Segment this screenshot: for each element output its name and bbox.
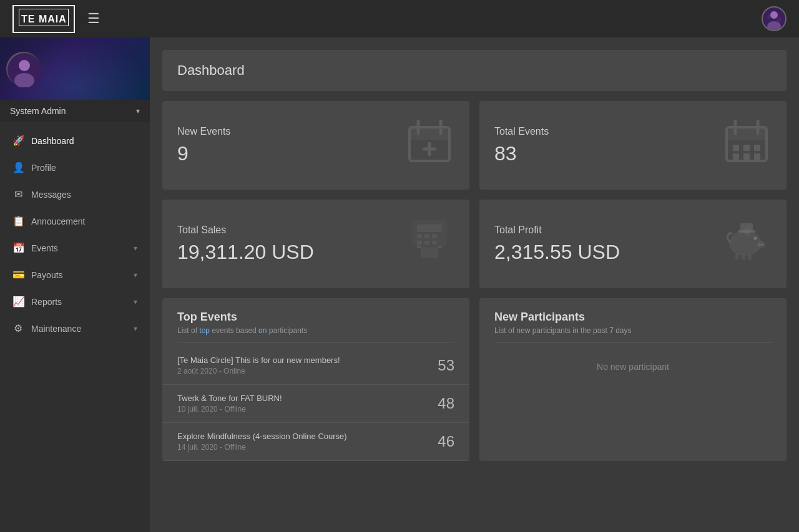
event-info-3: Explore Mindfulness (4-session Online Co… xyxy=(177,432,347,452)
stat-card-total-profit: Total Profit 2,315.55 USD xyxy=(479,200,787,288)
event-count-2: 48 xyxy=(438,395,454,412)
pos-icon xyxy=(404,215,454,273)
top-event-item-2: Twerk & Tone for FAT BURN! 10 juil. 2020… xyxy=(162,385,469,423)
stat-info-total-sales: Total Sales 19,311.20 USD xyxy=(177,225,314,264)
stat-label-total-sales: Total Sales xyxy=(177,225,314,236)
event-name-3: Explore Mindfulness (4-session Online Co… xyxy=(177,432,347,441)
svg-rect-25 xyxy=(743,153,750,160)
svg-rect-34 xyxy=(432,241,437,244)
nav-label-profile: Profile xyxy=(31,163,137,173)
stat-info-total-profit: Total Profit 2,315.55 USD xyxy=(494,225,620,264)
event-info-1: [Te Maia Circle] This is for our new mem… xyxy=(177,355,340,375)
svg-point-7 xyxy=(777,17,782,22)
nav-label-dashboard: Dashboard xyxy=(31,136,137,146)
new-participants-header: New Participants List of new participant… xyxy=(479,298,787,347)
svg-rect-30 xyxy=(424,235,429,238)
calendar-icon: 📅 xyxy=(12,242,24,254)
hamburger-icon[interactable]: ☰ xyxy=(87,11,100,27)
event-count-3: 46 xyxy=(438,433,454,450)
np-subtitle-mid: the past xyxy=(579,326,609,335)
chevron-right-icon-maintenance: ▾ xyxy=(134,324,137,333)
stat-label-total-events: Total Events xyxy=(494,126,549,137)
new-participants-subtitle: List of new participants in the past 7 d… xyxy=(494,326,772,335)
wrench-icon: ⚙ xyxy=(12,322,24,334)
subtitle-highlight-top: top xyxy=(199,326,210,335)
rocket-icon: 🚀 xyxy=(12,135,24,147)
sidebar-item-maintenance[interactable]: ⚙ Maintenance ▾ xyxy=(0,315,150,342)
sidebar-avatar xyxy=(6,52,41,86)
svg-rect-49 xyxy=(738,230,755,233)
nav-label-messages: Messages xyxy=(31,190,137,200)
chevron-right-icon-events: ▾ xyxy=(134,244,137,253)
sidebar-item-payouts[interactable]: 💳 Payouts ▾ xyxy=(0,261,150,288)
svg-rect-47 xyxy=(748,254,752,260)
stat-value-new-events: 9 xyxy=(177,142,230,165)
stat-label-new-events: New Events xyxy=(177,126,230,137)
svg-point-9 xyxy=(19,60,30,71)
svg-rect-46 xyxy=(742,254,745,260)
np-subtitle-7: 7 xyxy=(609,326,614,335)
svg-point-39 xyxy=(756,241,766,248)
stat-card-total-sales: Total Sales 19,311.20 USD xyxy=(162,200,469,288)
list-divider-new-participants xyxy=(494,342,772,343)
user-icon: 👤 xyxy=(12,162,24,173)
main-content: Dashboard New Events 9 xyxy=(150,37,799,532)
top-events-title: Top Events xyxy=(177,311,454,324)
stat-info-new-events: New Events 9 xyxy=(177,126,230,165)
new-participants-title: New Participants xyxy=(494,311,772,324)
svg-rect-45 xyxy=(735,253,739,259)
svg-text:TE MAIA: TE MAIA xyxy=(21,14,67,24)
chevron-down-icon: ▾ xyxy=(136,107,140,115)
svg-rect-21 xyxy=(733,145,739,151)
stat-card-new-events: New Events 9 xyxy=(162,101,469,190)
np-subtitle-plain: List of new participants xyxy=(494,326,572,335)
svg-rect-32 xyxy=(417,241,422,244)
sidebar-item-reports[interactable]: 📈 Reports ▾ xyxy=(0,288,150,315)
svg-rect-12 xyxy=(409,127,449,140)
header-user-avatar[interactable] xyxy=(762,6,787,31)
svg-rect-35 xyxy=(421,247,438,258)
logo-area: TE MAIA ☰ xyxy=(12,5,100,33)
np-subtitle-end: days xyxy=(614,326,632,335)
stat-label-total-profit: Total Profit xyxy=(494,225,620,236)
stat-card-total-events: Total Events 83 xyxy=(479,101,787,190)
nav-label-reports: Reports xyxy=(31,297,126,307)
nav-label-announcement: Annoucement xyxy=(31,216,137,226)
sidebar-item-dashboard[interactable]: 🚀 Dashboard xyxy=(0,127,150,154)
page-header-card: Dashboard xyxy=(162,50,787,91)
top-events-subtitle: List of top events based on participants xyxy=(177,326,454,335)
svg-rect-22 xyxy=(743,145,750,151)
sidebar-item-announcement[interactable]: 📋 Annoucement xyxy=(0,208,150,235)
svg-rect-18 xyxy=(727,127,767,140)
sidebar-user-row[interactable]: System Admin ▾ xyxy=(0,100,150,122)
svg-rect-24 xyxy=(733,153,739,160)
sidebar-item-events[interactable]: 📅 Events ▾ xyxy=(0,235,150,261)
payouts-icon: 💳 xyxy=(12,269,24,281)
sidebar-banner xyxy=(0,37,150,100)
svg-rect-26 xyxy=(754,153,760,160)
nav-label-events: Events xyxy=(31,243,126,253)
stat-value-total-events: 83 xyxy=(494,142,549,165)
subtitle-mid: events based xyxy=(210,326,258,335)
sidebar-item-profile[interactable]: 👤 Profile xyxy=(0,154,150,181)
event-meta-3: 14 juil. 2020 - Offline xyxy=(177,443,347,452)
svg-point-40 xyxy=(759,244,761,246)
app-logo: TE MAIA xyxy=(12,5,75,33)
sidebar-username: System Admin xyxy=(10,106,66,116)
event-name-2: Twerk & Tone for FAT BURN! xyxy=(177,394,282,403)
no-participant-message: No new participant xyxy=(479,347,787,387)
top-event-item-3: Explore Mindfulness (4-session Online Co… xyxy=(162,423,469,461)
svg-point-6 xyxy=(767,15,771,19)
event-meta-1: 2 août 2020 - Online xyxy=(177,367,340,375)
top-events-header: Top Events List of top events based on p… xyxy=(162,298,469,347)
subtitle-highlight-on: on xyxy=(258,326,267,335)
stat-value-total-profit: 2,315.55 USD xyxy=(494,241,620,264)
megaphone-icon: 📋 xyxy=(12,215,24,227)
sidebar-item-messages[interactable]: ✉ Messages xyxy=(0,181,150,208)
svg-point-42 xyxy=(754,237,757,240)
svg-rect-23 xyxy=(754,145,760,151)
bottom-grid: Top Events List of top events based on p… xyxy=(162,298,787,461)
page-title: Dashboard xyxy=(177,62,772,79)
np-subtitle-in: in xyxy=(572,326,578,335)
stats-grid: New Events 9 Total Eve xyxy=(162,101,787,288)
